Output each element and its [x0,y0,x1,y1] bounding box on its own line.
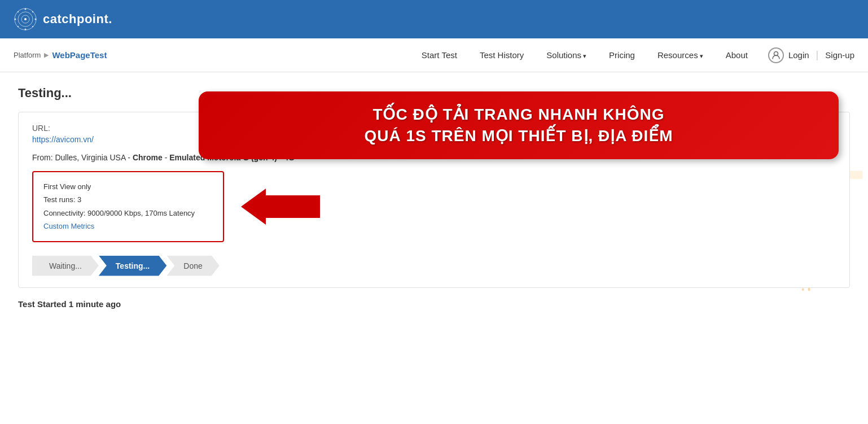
platform-link[interactable]: Platform [14,51,41,59]
nav-divider: | [816,49,819,61]
svg-point-3 [24,18,27,20]
svg-point-7 [35,19,37,20]
nav-solutions[interactable]: Solutions [535,50,598,60]
user-icon[interactable] [768,47,784,63]
test-started: Test Started 1 minute ago [18,299,850,309]
test-params-wrapper: First View only Test runs: 3 Connectivit… [32,171,836,242]
progress-bar: Waiting... Testing... Done [32,256,836,276]
svg-point-9 [32,11,33,12]
svg-point-4 [25,8,27,10]
nav-auth: Login | Sign-up [768,47,854,63]
catchpoint-logo-icon [14,7,37,31]
progress-step-done: Done [166,256,219,276]
nav-links: Start Test Test History Solutions Pricin… [410,50,759,60]
red-banner: TỐC ĐỘ TẢI TRANG NHANH KHÔNG QUÁ 1S TRÊN… [199,91,839,159]
param-test-runs: Test runs: 3 [43,193,213,206]
red-banner-line1: TỐC ĐỘ TẢI TRANG NHANH KHÔNG [216,104,822,125]
svg-point-8 [17,11,19,12]
logo-text: catchpoint. [43,12,112,27]
content-area: LIGHT Testing... TỐC ĐỘ TẢI TRANG NHANH … [18,86,850,309]
main-content: LIGHT Testing... TỐC ĐỘ TẢI TRANG NHANH … [0,72,868,322]
custom-metrics-link[interactable]: Custom Metrics [43,222,94,230]
logo-area[interactable]: catchpoint. [14,7,112,31]
red-arrow [241,190,320,224]
nav-start-test[interactable]: Start Test [410,50,468,60]
nav-bar: Platform ▶ WebPageTest Start Test Test H… [0,38,868,72]
breadcrumb: Platform ▶ WebPageTest [14,50,107,60]
progress-step-waiting: Waiting... [32,256,99,276]
login-link[interactable]: Login [788,50,809,60]
top-banner: catchpoint. [0,0,868,38]
nav-resources[interactable]: Resources [646,50,714,60]
arrow-head [241,189,266,225]
test-params-box: First View only Test runs: 3 Connectivit… [32,171,224,242]
red-banner-line2: QUÁ 1S TRÊN MỌI THIẾT BỊ, ĐỊA ĐIỂM [216,125,822,147]
svg-point-5 [25,29,27,30]
arrow-body [264,195,320,218]
param-first-view: First View only [43,180,213,193]
svg-point-10 [17,26,19,27]
webpagetest-link[interactable]: WebPageTest [52,50,107,60]
svg-point-6 [15,19,16,20]
svg-point-11 [32,26,33,27]
signup-link[interactable]: Sign-up [825,50,854,60]
nav-test-history[interactable]: Test History [468,50,535,60]
progress-step-testing: Testing... [99,256,166,276]
param-connectivity: Connectivity: 9000/9000 Kbps, 170ms Late… [43,207,213,220]
nav-pricing[interactable]: Pricing [598,50,646,60]
nav-about[interactable]: About [714,50,759,60]
red-banner-text: TỐC ĐỘ TẢI TRANG NHANH KHÔNG QUÁ 1S TRÊN… [216,104,822,147]
arrow-shape [241,190,320,224]
breadcrumb-arrow: ▶ [44,51,49,59]
url-link[interactable]: https://avicom.vn/ [32,135,94,144]
